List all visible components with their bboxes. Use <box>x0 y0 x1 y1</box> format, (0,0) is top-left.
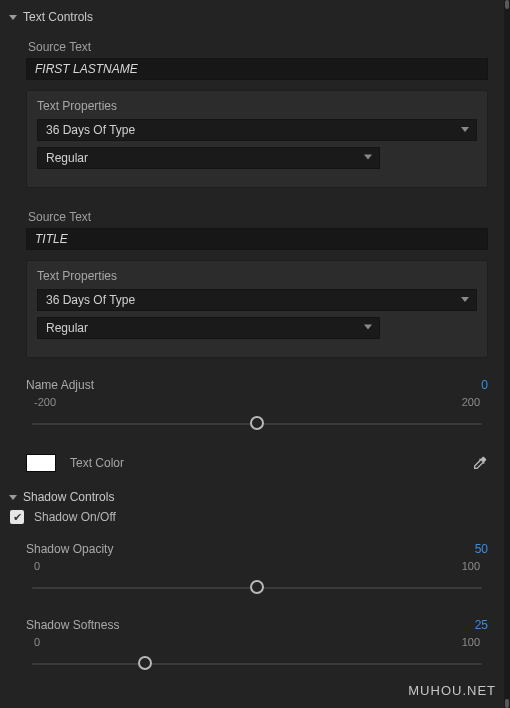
text-properties-label: Text Properties <box>37 99 477 113</box>
scroll-arrow-up[interactable] <box>505 0 509 9</box>
name-adjust-min: -200 <box>34 396 56 408</box>
font-family-select-2[interactable]: 36 Days Of Type <box>37 289 477 311</box>
vertical-scrollbar[interactable] <box>504 0 510 708</box>
shadow-softness-value[interactable]: 25 <box>475 618 488 632</box>
shadow-opacity-label: Shadow Opacity <box>26 542 113 556</box>
section-title: Text Controls <box>23 10 93 24</box>
font-family-value: 36 Days Of Type <box>46 123 135 137</box>
section-title-shadow: Shadow Controls <box>23 490 114 504</box>
text-color-swatch[interactable] <box>26 454 56 472</box>
text-properties-box-2: Text Properties 36 Days Of Type Regular <box>26 260 488 358</box>
shadow-softness-slider[interactable] <box>32 650 482 678</box>
name-adjust-slider[interactable] <box>32 410 482 438</box>
font-family-select-1[interactable]: 36 Days Of Type <box>37 119 477 141</box>
watermark: MUHOU.NET <box>408 683 496 698</box>
font-weight-select-1[interactable]: Regular <box>37 147 380 169</box>
source-text-input-2[interactable] <box>26 228 488 250</box>
text-properties-label-2: Text Properties <box>37 269 477 283</box>
eyedropper-icon[interactable] <box>472 455 488 471</box>
source-text-input-1[interactable] <box>26 58 488 80</box>
shadow-opacity-slider[interactable] <box>32 574 482 602</box>
font-weight-select-2[interactable]: Regular <box>37 317 380 339</box>
slider-knob[interactable] <box>250 416 264 430</box>
chevron-down-icon <box>461 127 469 132</box>
slider-knob[interactable] <box>138 656 152 670</box>
scroll-arrow-down[interactable] <box>505 699 509 708</box>
chevron-down-icon <box>364 155 372 160</box>
source-text-label: Source Text <box>28 40 488 54</box>
shadow-toggle-checkbox[interactable]: ✔ <box>10 510 24 524</box>
shadow-softness-label: Shadow Softness <box>26 618 119 632</box>
shadow-opacity-min: 0 <box>34 560 40 572</box>
chevron-down-icon <box>364 325 372 330</box>
name-adjust-label: Name Adjust <box>26 378 94 392</box>
name-adjust-value[interactable]: 0 <box>481 378 488 392</box>
chevron-down-icon <box>9 15 17 20</box>
section-text-controls[interactable]: Text Controls <box>4 6 502 28</box>
shadow-softness-max: 100 <box>462 636 480 648</box>
slider-knob[interactable] <box>250 580 264 594</box>
shadow-toggle-label: Shadow On/Off <box>34 510 116 524</box>
text-color-label: Text Color <box>70 456 458 470</box>
section-shadow-controls[interactable]: Shadow Controls <box>4 486 502 508</box>
shadow-softness-min: 0 <box>34 636 40 648</box>
shadow-opacity-max: 100 <box>462 560 480 572</box>
chevron-down-icon <box>461 297 469 302</box>
source-text-label-2: Source Text <box>28 210 488 224</box>
shadow-opacity-value[interactable]: 50 <box>475 542 488 556</box>
font-weight-value-2: Regular <box>46 321 88 335</box>
chevron-down-icon <box>9 495 17 500</box>
text-properties-box-1: Text Properties 36 Days Of Type Regular <box>26 90 488 188</box>
font-weight-value: Regular <box>46 151 88 165</box>
font-family-value-2: 36 Days Of Type <box>46 293 135 307</box>
name-adjust-max: 200 <box>462 396 480 408</box>
